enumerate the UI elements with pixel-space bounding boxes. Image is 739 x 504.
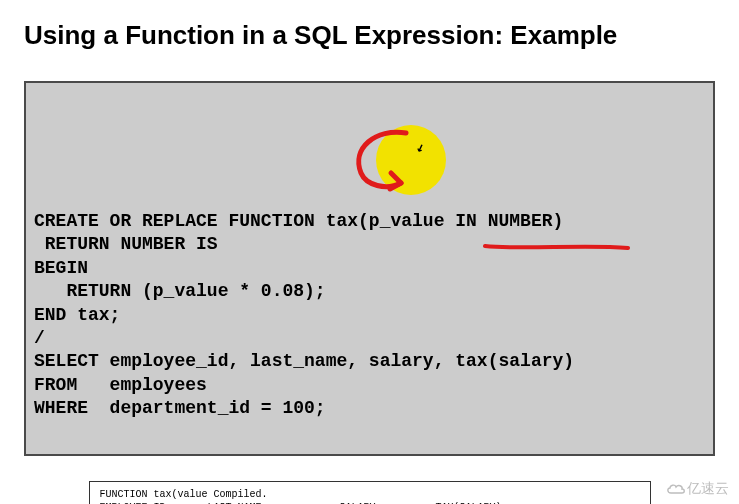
code-line: / bbox=[34, 328, 45, 348]
code-line: CREATE OR REPLACE FUNCTION tax(p_value I… bbox=[34, 211, 563, 231]
sql-output-block: FUNCTION tax(value Compiled. EMPLOYEE_ID… bbox=[89, 481, 651, 504]
sql-code-block: ↙ CREATE OR REPLACE FUNCTION tax(p_value… bbox=[24, 81, 715, 456]
watermark: 亿速云 bbox=[665, 480, 729, 498]
watermark-text: 亿速云 bbox=[687, 480, 729, 496]
code-line: FROM employees bbox=[34, 375, 207, 395]
page-title: Using a Function in a SQL Expression: Ex… bbox=[24, 20, 719, 51]
code-line: END tax; bbox=[34, 305, 120, 325]
code-line: RETURN NUMBER IS bbox=[34, 234, 218, 254]
code-line: RETURN (p_value * 0.08); bbox=[34, 281, 326, 301]
code-line: WHERE department_id = 100; bbox=[34, 398, 326, 418]
output-header: FUNCTION tax(value Compiled. bbox=[100, 489, 268, 500]
red-curved-arrow-annotation bbox=[346, 123, 436, 203]
red-underline-annotation bbox=[483, 241, 633, 257]
code-line: BEGIN bbox=[34, 258, 88, 278]
code-line: SELECT employee_id, last_name, salary, t… bbox=[34, 351, 574, 371]
cloud-icon bbox=[665, 482, 687, 496]
